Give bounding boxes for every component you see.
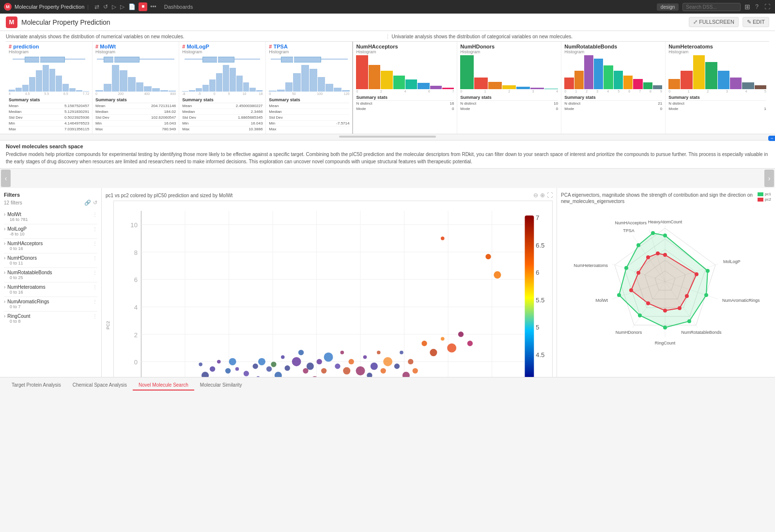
scatter-plot[interactable]: 10 8 6 4 2 0 -2 -4 -4 -2 0 2 4	[113, 201, 553, 377]
legend-pc1-label: pc1	[765, 192, 771, 196]
filter-ringcount[interactable]: › RingCount ⋮ 0 to 8	[4, 312, 97, 326]
svg-point-125	[636, 243, 640, 247]
next-arrow[interactable]: ›	[764, 170, 774, 187]
svg-point-63	[371, 362, 378, 370]
svg-point-87	[199, 362, 202, 366]
filter-molwt-more[interactable]: ⋮	[93, 212, 97, 217]
fullscreen-button[interactable]: ⤢ FULLSCREEN	[689, 17, 739, 27]
info-sidebar[interactable]: i	[768, 136, 775, 141]
scatter-title: pc1 vs pc2 colored by pIC50 prediction a…	[106, 193, 232, 198]
svg-point-137	[656, 251, 660, 255]
h-scrollbar[interactable]	[0, 136, 775, 141]
svg-text:6: 6	[134, 276, 138, 283]
svg-text:4.5: 4.5	[536, 351, 544, 359]
expand-icon[interactable]: ⛶	[763, 2, 771, 11]
svg-text:NumHDonors: NumHDonors	[616, 330, 642, 335]
chart-numheteroatoms: NumHeteroatoms Histogram 012345 Summary …	[666, 42, 769, 134]
svg-point-51	[321, 368, 326, 374]
help-icon[interactable]: ?	[754, 2, 760, 11]
svg-point-38	[244, 371, 249, 376]
svg-text:6.5: 6.5	[536, 242, 544, 249]
chart-prediction-title: # prediction	[9, 44, 89, 49]
svg-text:2: 2	[134, 331, 138, 339]
svg-text:MolLogP: MolLogP	[723, 259, 741, 264]
pause-icon[interactable]: ▷	[119, 2, 125, 11]
radar-svg: HeavyAtomCount MolLogP NumAromaticRings …	[561, 206, 769, 352]
scatter-svg: 10 8 6 4 2 0 -2 -4 -4 -2 0 2 4	[114, 201, 552, 377]
tab-chemical-space[interactable]: Chemical Space Analysis	[67, 380, 133, 391]
svg-point-124	[624, 266, 628, 270]
svg-point-131	[678, 306, 682, 310]
search-input[interactable]	[682, 3, 741, 11]
numeric-desc: Univariate analysis shows the distributi…	[6, 34, 384, 39]
zoom-out-icon[interactable]: ⊖	[533, 192, 538, 199]
svg-point-83	[467, 341, 473, 346]
svg-point-84	[217, 360, 221, 364]
app-logo: M	[6, 16, 17, 28]
design-button[interactable]: design	[657, 3, 679, 11]
svg-point-118	[706, 269, 710, 273]
svg-text:8: 8	[134, 249, 138, 256]
filter-numheteroatoms[interactable]: › NumHeteroatoms ⋮ 0 to 16	[4, 282, 97, 297]
edit-button[interactable]: ✎ EDIT	[743, 17, 769, 27]
svg-text:5.5: 5.5	[536, 297, 544, 304]
svg-point-79	[430, 349, 437, 356]
svg-point-123	[617, 293, 621, 297]
svg-point-54	[335, 363, 340, 369]
svg-point-36	[258, 358, 265, 365]
tab-target-protein[interactable]: Target Protein Analysis	[6, 380, 67, 391]
tab-novel-molecule[interactable]: Novel Molecule Search	[133, 380, 194, 391]
filter-molwt[interactable]: › MolWt ⋮ 16 to 781	[4, 210, 97, 224]
svg-point-60	[356, 366, 365, 376]
filter-numhdonors[interactable]: › NumHDonors ⋮ 0 to 11	[4, 253, 97, 268]
svg-point-130	[685, 294, 689, 298]
svg-point-134	[629, 288, 633, 292]
share-icon[interactable]: ⇄	[93, 2, 100, 11]
svg-point-56	[341, 351, 344, 355]
chart-mollogp: # MolLogP Histogram	[179, 42, 266, 134]
univariate-section: Univariate analysis shows the distributi…	[0, 31, 775, 134]
main-content: Univariate analysis shows the distributi…	[0, 31, 775, 532]
svg-text:6: 6	[536, 269, 539, 276]
svg-text:NumRotatableBonds: NumRotatableBonds	[681, 330, 722, 335]
svg-text:RingCount: RingCount	[655, 341, 676, 345]
tab-molecular-similarity[interactable]: Molecular Similarity	[194, 380, 248, 391]
filter-numhacceptors[interactable]: › NumHAcceptors ⋮ 0 to 16	[4, 239, 97, 253]
svg-point-81	[447, 344, 456, 353]
svg-text:4: 4	[134, 304, 138, 311]
more-icon[interactable]: •••	[149, 2, 157, 11]
filter-mollogp[interactable]: › MolLogP ⋮ -8 to 10	[4, 224, 97, 239]
grid-icon[interactable]: ⊞	[744, 3, 750, 11]
doc-icon[interactable]: 📄	[127, 2, 137, 11]
app-logo-icon: M	[4, 3, 12, 11]
bottom-tabs: Target Protein Analysis Chemical Space A…	[0, 377, 775, 391]
svg-point-48	[317, 359, 322, 364]
svg-point-128	[663, 253, 667, 257]
svg-point-47	[307, 362, 314, 370]
svg-point-80	[441, 337, 445, 341]
svg-point-132	[663, 309, 667, 313]
svg-point-85	[210, 366, 215, 372]
svg-point-40	[271, 361, 276, 367]
svg-point-66	[381, 368, 386, 374]
prev-arrow[interactable]: ‹	[1, 170, 11, 187]
active-mode-btn[interactable]: ■	[139, 2, 147, 11]
svg-point-67	[383, 357, 392, 366]
play-icon[interactable]: ▷	[111, 2, 117, 11]
filter-link-icon[interactable]: 🔗	[84, 200, 91, 206]
svg-point-41	[275, 372, 282, 377]
svg-point-82	[458, 331, 464, 337]
svg-point-122	[638, 313, 642, 317]
boxplot-prediction	[9, 55, 89, 64]
refresh-icon[interactable]: ↺	[102, 2, 109, 11]
filter-numrotatablebonds[interactable]: › NumRotatableBonds ⋮ 0 to 25	[4, 268, 97, 282]
filter-reset-icon[interactable]: ↺	[93, 200, 97, 206]
svg-text:7: 7	[536, 214, 539, 221]
svg-text:0: 0	[134, 359, 138, 366]
chart-tpsa: # TPSA Histogram	[266, 42, 352, 134]
zoom-in-icon[interactable]: ⊕	[540, 192, 545, 199]
fullscreen-chart-icon[interactable]: ⛶	[547, 192, 553, 199]
radar-title: PCA eigenvectors, magnitude shows the st…	[561, 192, 771, 204]
dashboards-label[interactable]: Dashboards	[164, 4, 193, 10]
filter-numaromaticrings[interactable]: › NumAromaticRings ⋮ 0 to 7	[4, 297, 97, 312]
